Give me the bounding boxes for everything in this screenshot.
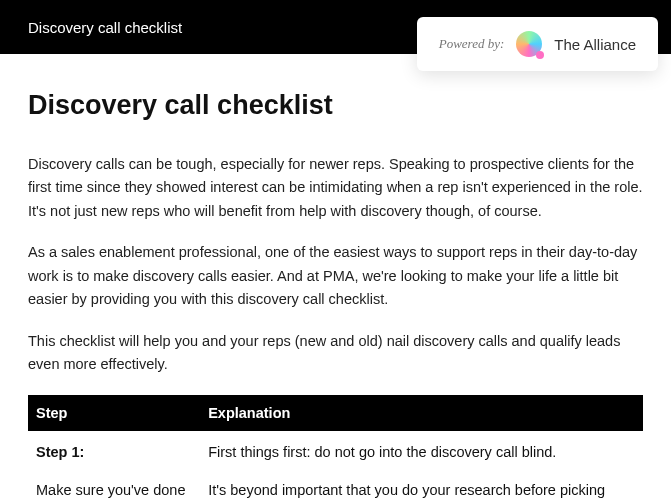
page-title: Discovery call checklist xyxy=(28,90,643,121)
alliance-logo-icon xyxy=(516,31,542,57)
step-cell: Make sure you've done xyxy=(28,469,200,501)
table-row: Step 1: First things first: do not go in… xyxy=(28,431,643,469)
explanation-cell: First things first: do not go into the d… xyxy=(200,431,643,469)
step-cell: Step 1: xyxy=(28,431,200,469)
header-title: Discovery call checklist xyxy=(28,19,182,36)
brand-name: The Alliance xyxy=(554,36,636,53)
explanation-line-1: First things first: do not go into the d… xyxy=(208,441,635,463)
intro-paragraph-3: This checklist will help you and your re… xyxy=(28,330,643,377)
page-content: Discovery call checklist Discovery calls… xyxy=(0,54,671,501)
col-header-step: Step xyxy=(28,395,200,431)
explanation-cell: It's beyond important that you do your r… xyxy=(200,469,643,501)
col-header-explanation: Explanation xyxy=(200,395,643,431)
table-row: Make sure you've done It's beyond import… xyxy=(28,469,643,501)
step-body: Make sure you've done xyxy=(36,479,192,501)
intro-paragraph-1: Discovery calls can be tough, especially… xyxy=(28,153,643,223)
checklist-table: Step Explanation Step 1: First things fi… xyxy=(28,395,643,501)
powered-by-label: Powered by: xyxy=(439,36,505,52)
explanation-line-2: It's beyond important that you do your r… xyxy=(208,479,635,501)
powered-by-badge: Powered by: The Alliance xyxy=(417,17,658,71)
intro-paragraph-2: As a sales enablement professional, one … xyxy=(28,241,643,311)
table-header-row: Step Explanation xyxy=(28,395,643,431)
step-title: Step 1: xyxy=(36,441,192,463)
